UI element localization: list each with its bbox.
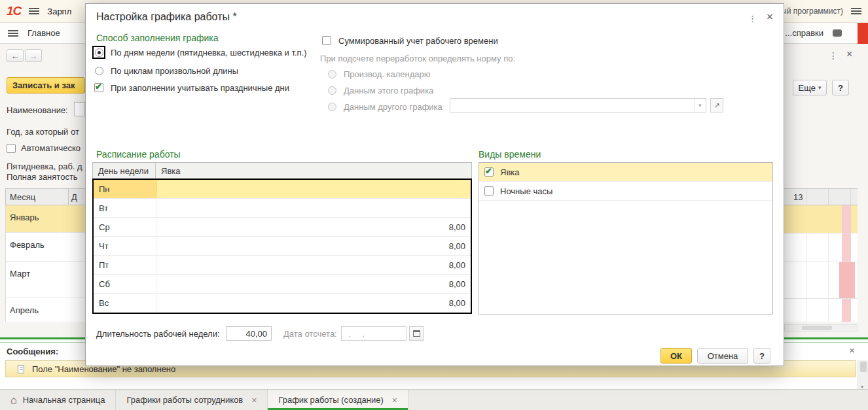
main-menu-icon[interactable] [29,7,39,15]
value-cell[interactable]: 8,00 [156,237,471,255]
value-cell[interactable]: 8,00 [156,294,471,313]
horizontal-scrollbar[interactable] [784,324,858,332]
schedule-heading: Расписание работы [96,149,181,160]
tab-schedule-new[interactable]: График работы (создание) × [268,390,408,410]
value-cell[interactable]: 8,00 [156,218,471,236]
schedule-row-sat[interactable]: Сб 8,00 [94,275,471,294]
auto-update-row: Автоматическо [7,143,81,153]
more-button[interactable]: Еще ▾ [793,80,827,95]
sections-menu-icon[interactable] [8,29,18,37]
value-cell[interactable] [156,199,471,217]
time-type-checkbox[interactable] [484,167,494,177]
checkbox-slot [320,34,333,47]
1c-logo: 1С [7,4,21,18]
schedule-row-tue[interactable]: Вт [94,199,471,218]
schedule-row-sun[interactable]: Вс 8,00 [94,294,471,313]
full-time-label: Полная занятость [7,172,78,182]
checkbox-label: Суммированный учет рабочего времени [338,36,498,46]
schedule-row-mon[interactable]: Пн [94,180,471,199]
value-cell[interactable]: 8,00 [156,256,471,274]
day-cell[interactable]: Пт [94,256,156,274]
auto-update-label: Автоматическо [21,143,81,153]
app-window: 1С Зарпл ...ный программист) Главное ...… [0,0,868,410]
radio-by-cycles[interactable]: По циклам произвольной длины [92,64,238,77]
scrollbar-thumb[interactable] [802,326,832,330]
radio-icon[interactable] [95,48,103,57]
row-divider [784,298,858,299]
tab-close-icon[interactable]: × [392,395,397,405]
day-cell[interactable]: Сб [94,275,156,293]
service-red-panel [858,23,868,44]
month-row-march[interactable]: Март [6,262,85,298]
schedule-row-wed[interactable]: Ср 8,00 [94,218,471,237]
fill-method-heading: Способ заполнения графика [96,33,219,43]
time-types-list: Явка Ночные часы [479,162,773,315]
radio-icon[interactable] [95,67,103,75]
forward-icon: → [29,51,38,61]
discussions-icon[interactable] [833,29,842,37]
save-and-close-button[interactable]: Записать и зак [7,77,85,94]
value-cell[interactable] [156,180,471,198]
more-button-label: Еще [799,83,816,93]
radio-prod-calendar: Производ. календарю [325,67,431,80]
back-icon: ← [11,51,20,61]
form-close-icon[interactable]: × [846,48,852,60]
ok-button[interactable]: ОК [660,348,692,364]
summary-checkbox[interactable] [322,36,331,45]
form-kebab-icon[interactable]: ⋮ [829,50,838,61]
tab-close-icon[interactable]: × [251,395,257,405]
day-cell[interactable]: Чт [94,237,156,255]
cancel-button[interactable]: Отмена [697,348,748,364]
dialog-kebab-icon[interactable]: ⋮ [748,14,757,24]
calendar-month-rows: Январь Февраль Март Апрель [5,205,85,322]
calendar-picker-button[interactable] [409,326,424,341]
checkbox-slot [92,81,105,94]
schedule-table-body: Пн Вт Ср 8,00 Чт 8,00 Пт 8,00 [92,179,472,314]
time-type-checkbox[interactable] [484,186,494,196]
form-help-button[interactable]: ? [832,80,849,95]
month-row-february[interactable]: Февраль [6,233,85,262]
day-cell[interactable]: Вс [94,294,156,313]
schedule-row-fri[interactable]: Пт 8,00 [94,256,471,275]
scrollbar-thumb[interactable] [860,362,867,372]
dialog-help-button[interactable]: ? [753,348,770,364]
dialog-title: Настройка графика работы * [96,11,237,23]
month-row-april[interactable]: Апрель [6,298,85,322]
combobox-value [450,99,694,112]
time-type-label: Явка [500,167,520,177]
name-input[interactable] [74,102,85,116]
holidays-checkbox-row[interactable]: При заполнении учитывать праздничные дни [92,81,289,94]
time-type-attendance[interactable]: Явка [479,163,772,182]
tab-home[interactable]: ⌂ Начальная страница [0,390,116,410]
window-menu-icon[interactable] [851,7,861,15]
holidays-checkbox[interactable] [94,83,103,92]
radio-label: Данным этого графика [344,86,433,95]
nav-back-button[interactable]: ← [7,49,24,62]
row-divider [784,262,858,262]
summary-checkbox-row[interactable]: Суммированный учет рабочего времени [320,34,498,47]
day-cell[interactable]: Вт [94,199,156,217]
day-cell[interactable]: Пн [94,180,156,198]
menu-item-main[interactable]: Главное [27,28,60,38]
month-column-header: Месяц [6,192,68,202]
week-length-label: Длительность рабочей недели: [96,329,220,339]
nav-forward-button[interactable]: → [25,49,42,62]
home-icon: ⌂ [10,394,17,406]
schedule-row-thu[interactable]: Чт 8,00 [94,237,471,256]
days-column-header: Д [68,189,85,205]
dialog-close-icon[interactable]: × [767,10,773,24]
time-type-night[interactable]: Ночные часы [479,182,772,201]
radio-by-weekdays[interactable]: По дням недели (пятидневка, шестидневка … [92,46,307,59]
calendar-icon [413,330,420,337]
day-cell[interactable]: Ср [94,218,156,236]
menu-item-help[interactable]: ...справки [785,28,823,38]
month-row-january[interactable]: Январь [6,205,85,233]
open-icon: ↗ [714,101,719,110]
value-cell[interactable]: 8,00 [156,275,471,293]
messages-close-icon[interactable]: × [849,345,855,356]
tab-schedules-list[interactable]: Графики работы сотрудников × [116,390,268,410]
week-length-input[interactable]: 40,00 [226,326,272,341]
auto-update-checkbox[interactable] [7,144,16,153]
vertical-scrollbar[interactable]: ▾ [858,360,868,389]
start-date-input[interactable]: . . [341,326,407,341]
